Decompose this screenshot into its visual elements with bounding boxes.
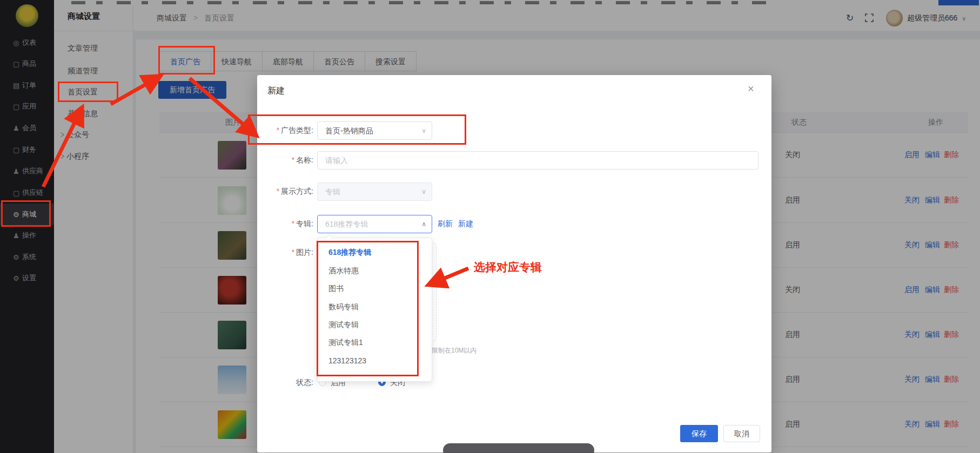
album-option[interactable]: 123123123: [318, 351, 432, 370]
ad-type-value: 首页-热销商品: [325, 126, 373, 135]
status-label: 状态:: [257, 378, 313, 388]
field-label-text: 专辑:: [296, 219, 313, 228]
upload-hint: 限制在10M以内: [432, 346, 476, 355]
required-mark: *: [277, 187, 279, 195]
required-mark: *: [292, 155, 294, 164]
name-input[interactable]: [317, 151, 759, 170]
album-option[interactable]: 测试专辑: [318, 315, 432, 334]
album-option[interactable]: 酒水特惠: [318, 261, 432, 280]
album-option[interactable]: 618推荐专辑: [318, 243, 432, 261]
required-mark: *: [292, 248, 294, 256]
album-option[interactable]: 图书: [318, 279, 432, 298]
chevron-up-icon: ∧: [421, 215, 426, 233]
required-mark: *: [292, 219, 294, 228]
field-label-text: 名称:: [296, 155, 313, 164]
close-icon[interactable]: ×: [748, 83, 754, 95]
chevron-down-icon: ∨: [421, 183, 426, 200]
display-mode-label: *展示方式:: [257, 187, 313, 197]
album-label: *专辑:: [257, 219, 313, 229]
field-label-text: 状态:: [296, 378, 313, 387]
album-dropdown-panel: 618推荐专辑 酒水特惠 图书 数码专辑 测试专辑 测试专辑1 12312312…: [317, 238, 432, 382]
album-refresh-link[interactable]: 刷新: [438, 219, 453, 229]
annotation-note: 选择对应专辑: [474, 260, 542, 275]
display-mode-value: 专辑: [325, 187, 340, 196]
album-create-link[interactable]: 新建: [458, 219, 473, 229]
cancel-button[interactable]: 取消: [723, 425, 760, 442]
album-option[interactable]: 数码专辑: [318, 298, 432, 316]
field-label-text: 图片:: [296, 248, 313, 256]
chevron-down-icon: ∨: [421, 122, 426, 139]
album-placeholder: 618推荐专辑: [325, 220, 368, 228]
field-label-text: 广告类型:: [281, 126, 313, 134]
ad-type-label: *广告类型:: [257, 126, 313, 136]
album-select[interactable]: 618推荐专辑 ∧: [317, 215, 432, 233]
field-label-text: 展示方式:: [281, 187, 313, 195]
name-label: *名称:: [257, 155, 313, 165]
ad-type-select[interactable]: 首页-热销商品 ∨: [317, 121, 432, 140]
image-label: *图片:: [257, 248, 313, 258]
album-option[interactable]: 测试专辑1: [318, 333, 432, 351]
save-button[interactable]: 保存: [680, 425, 718, 442]
required-mark: *: [277, 126, 279, 134]
display-mode-select: 专辑 ∨: [317, 182, 432, 201]
modal-title: 新建: [267, 85, 285, 97]
bottom-scroll-pill[interactable]: [443, 443, 594, 453]
